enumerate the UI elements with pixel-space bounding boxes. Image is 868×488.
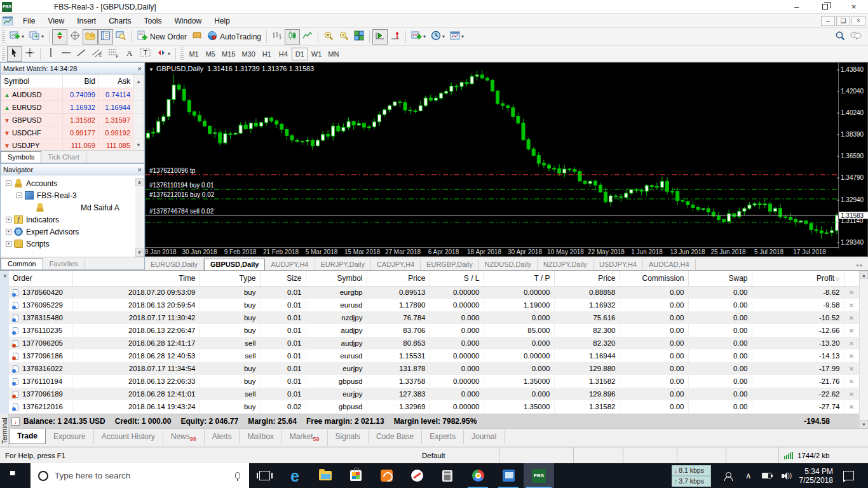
market-watch-row[interactable]: ▼USDCHF0.991770.99192	[1, 126, 144, 139]
start-button[interactable]	[0, 463, 31, 488]
order-row[interactable]: 13783154802018.07.17 11:30:42buy0.01nzdj…	[9, 311, 859, 324]
orders-col-order[interactable]: Order	[9, 271, 72, 286]
navigator-item-fbs-real-3[interactable]: −FBS-Real-3	[1, 189, 144, 201]
chat-button[interactable]	[848, 29, 864, 44]
chart-tab-nzdjpy-daily[interactable]: NZDJPY,Daily	[538, 259, 593, 270]
data-window-button[interactable]	[67, 29, 83, 44]
timeframe-m1-button[interactable]: M1	[186, 48, 202, 60]
taskbar-app-photos[interactable]	[493, 463, 524, 488]
text-tool-button[interactable]: A	[122, 46, 137, 62]
clock-button[interactable]: 5:34 PM 7/25/2018	[796, 467, 839, 485]
close-order-icon[interactable]: ✕	[844, 337, 859, 349]
timeframe-w1-button[interactable]: W1	[308, 48, 325, 60]
orders-col-price[interactable]: Price	[367, 271, 430, 286]
order-row[interactable]: 13762120162018.06.14 19:43:24buy0.02gbpu…	[9, 400, 859, 413]
navigator-item-indicators[interactable]: +ƒIndicators	[1, 214, 144, 226]
navigator-close-icon[interactable]: ×	[138, 166, 142, 173]
channel-tool-button[interactable]: E	[89, 46, 105, 62]
candlestick-mode-button[interactable]	[285, 29, 300, 44]
microphone-icon[interactable]	[235, 472, 240, 479]
chart-tab-eurjpy-daily[interactable]: EURJPY,Daily	[315, 259, 372, 270]
vertical-line-tool-button[interactable]	[43, 46, 58, 62]
child-minimize-button[interactable]: –	[821, 16, 835, 26]
collapse-minus-icon[interactable]: −	[17, 193, 22, 198]
timeframe-h1-button[interactable]: H1	[259, 48, 275, 60]
navigator-scrollbar[interactable]: ▲▼	[135, 178, 144, 257]
label-tool-button[interactable]: T	[137, 46, 154, 62]
line-chart-mode-button[interactable]	[300, 29, 315, 44]
taskbar-app-store[interactable]	[341, 463, 371, 488]
navigator-item-scripts[interactable]: +Scripts	[1, 238, 144, 250]
market-watch-tab-symbols[interactable]: Symbols	[1, 151, 41, 163]
taskbar-search[interactable]: Type here to search	[31, 463, 249, 488]
mw-scroll-track[interactable]	[133, 101, 144, 114]
navigator-toggle-button[interactable]	[83, 29, 98, 44]
close-order-icon[interactable]: ✕	[844, 286, 859, 299]
market-watch-row[interactable]: ▲AUDUSD0.740990.74114	[1, 88, 144, 101]
navigator-item-expert-advisors[interactable]: +Expert Advisors	[1, 226, 144, 238]
navigator-item-md-saiful-a[interactable]: Md Saiful A	[1, 201, 144, 214]
terminal-tab-alerts[interactable]: Alerts	[205, 430, 240, 444]
cursor-tool-button[interactable]	[7, 46, 22, 62]
orders-col-size[interactable]: Size	[260, 271, 306, 286]
bar-chart-mode-button[interactable]	[269, 29, 285, 44]
taskbar-app-shareit[interactable]	[402, 463, 432, 488]
order-row[interactable]: 13770962052018.06.28 12:41:17sell0.01aud…	[9, 337, 859, 349]
mw-col-symbol[interactable]: Symbol	[1, 75, 63, 88]
orders-col-tp[interactable]: T / P	[484, 271, 554, 286]
toolbar-gripper[interactable]	[2, 48, 5, 60]
taskbar-app-fbs-terminal[interactable]: FBS	[524, 463, 554, 488]
navigator-tab-common[interactable]: Common	[1, 258, 43, 269]
mw-col-ask[interactable]: Ask	[98, 75, 133, 88]
taskbar-app-calculator[interactable]	[432, 463, 463, 488]
timeframe-m5-button[interactable]: M5	[202, 48, 219, 60]
terminal-scrollbar[interactable]: ▲▼	[859, 271, 868, 428]
toolbar-gripper[interactable]	[180, 48, 184, 60]
market-watch-close-icon[interactable]: ×	[138, 65, 142, 72]
order-row[interactable]: 13783160222018.07.17 11:34:54buy0.01eurj…	[9, 362, 859, 375]
templates-button[interactable]: ▾	[447, 29, 466, 44]
order-row[interactable]: 13770961862018.06.28 12:40:53sell0.01eur…	[9, 349, 859, 362]
terminal-tab-experts[interactable]: Experts	[422, 430, 464, 444]
terminal-tab-account-history[interactable]: Account History	[94, 430, 163, 444]
strategy-tester-button[interactable]	[113, 29, 128, 44]
shapes-tool-button[interactable]: ▾	[154, 46, 173, 62]
close-order-icon[interactable]: ✕	[844, 388, 859, 400]
market-watch-row[interactable]: ▲EURUSD1.169321.16944	[1, 101, 144, 114]
taskbar-app-file-explorer[interactable]	[310, 463, 341, 488]
close-order-icon[interactable]: ✕	[844, 324, 859, 337]
market-watch-tab-tick-chart[interactable]: Tick Chart	[41, 152, 86, 163]
orders-col-symbol[interactable]: Symbol	[306, 271, 367, 286]
order-row[interactable]: 13760952292018.06.13 20:59:54buy0.01euru…	[9, 299, 859, 311]
terminal-toggle-button[interactable]	[98, 29, 113, 44]
taskbar-app-chrome[interactable]	[463, 463, 493, 488]
close-button[interactable]: ×	[839, 0, 868, 13]
people-button[interactable]	[720, 471, 740, 480]
timeframe-d1-button[interactable]: D1	[292, 48, 308, 60]
collapse-minus-icon[interactable]: −	[6, 180, 11, 186]
chart-tab-nzdusd-daily[interactable]: NZDUSD,Daily	[479, 259, 538, 270]
order-row[interactable]: 13770961892018.06.28 12:41:01sell0.01eur…	[9, 388, 859, 400]
mw-scroll-track[interactable]	[133, 126, 144, 139]
expand-plus-icon[interactable]: +	[6, 241, 11, 247]
mw-scroll-track[interactable]	[133, 88, 144, 101]
close-order-icon[interactable]: ✕	[844, 362, 859, 375]
terminal-tab-news[interactable]: News99	[163, 430, 205, 445]
chart-plot[interactable]: #1376210096 tp#1376110194 buy 0.01#13762…	[146, 63, 839, 248]
indicators-button[interactable]: ▾	[409, 29, 428, 44]
menu-help[interactable]: Help	[208, 15, 236, 27]
orders-col-type[interactable]: Type	[200, 271, 260, 286]
expand-plus-icon[interactable]: +	[6, 229, 11, 234]
taskbar-app-edge[interactable]: e	[280, 463, 310, 488]
timeframe-m30-button[interactable]: M30	[238, 48, 258, 60]
terminal-tab-trade[interactable]: Trade	[9, 429, 46, 444]
mw-col-bid[interactable]: Bid	[62, 75, 98, 88]
action-center-icon[interactable]	[843, 471, 854, 480]
auto-scroll-button[interactable]	[372, 29, 388, 44]
child-restore-button[interactable]: ❏	[836, 16, 850, 26]
menu-window[interactable]: Window	[168, 15, 208, 27]
profiles-button[interactable]: ▾	[27, 29, 46, 44]
mw-scroll-up[interactable]: ▲	[133, 75, 144, 88]
chart-tab-eurusd-daily[interactable]: EURUSD,Daily	[145, 259, 204, 270]
order-row[interactable]: 13761102352018.06.13 22:06:47buy0.01audj…	[9, 324, 859, 337]
